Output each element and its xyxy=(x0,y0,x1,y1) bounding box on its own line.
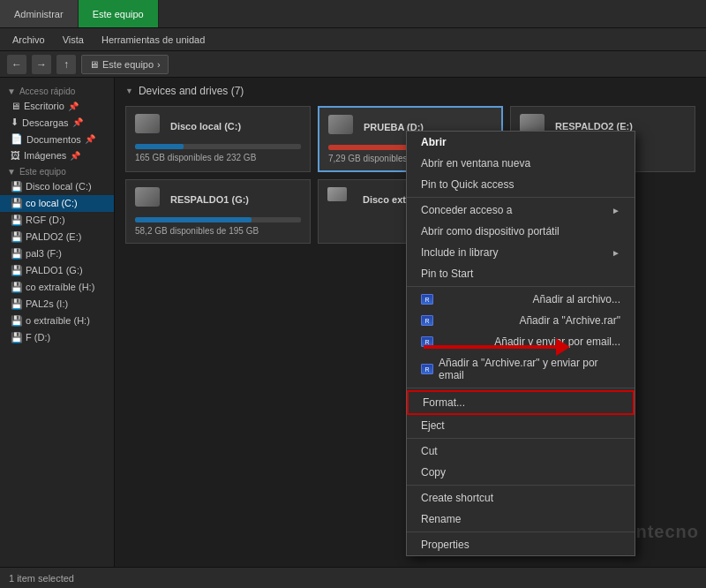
ctx-open-label: Abrir xyxy=(421,136,447,148)
ctx-copy-label: Copy xyxy=(421,466,446,479)
ctx-pin-start[interactable]: Pin to Start xyxy=(407,263,635,284)
menu-vista[interactable]: Vista xyxy=(54,31,93,49)
drive-name-c: Disco local (C:) xyxy=(170,121,241,132)
arrow-head xyxy=(556,338,570,356)
up-button[interactable]: ↑ xyxy=(56,55,76,74)
sidebar-group-equipo: ▼ Este equipo xyxy=(0,163,114,178)
ctx-sep-5 xyxy=(407,485,635,486)
sidebar-item-h2[interactable]: 💾 o extraíble (H:) xyxy=(0,313,114,329)
desktop-icon: 🖥 xyxy=(11,101,20,111)
sidebar-item-rgf[interactable]: 💾 RGF (D:) xyxy=(0,212,114,229)
ctx-properties-label: Properties xyxy=(421,539,469,551)
sidebar-item-images[interactable]: 🖼 Imágenes 📌 xyxy=(0,147,114,163)
ctx-portable-label: Abrir como dispositivo portátil xyxy=(421,225,560,237)
ctx-open-new[interactable]: Abrir en ventana nueva xyxy=(407,153,635,174)
tab-administrar[interactable]: Administrar xyxy=(0,0,79,27)
ctx-rar-email-label: Añadir a "Archive.rar" y enviar por emai… xyxy=(439,357,620,381)
ctx-sep-4 xyxy=(407,438,635,439)
sidebar-item-f[interactable]: 💾 pal3 (F:) xyxy=(0,245,114,262)
hdd-shape-c xyxy=(135,114,160,133)
drive-icon-c xyxy=(135,114,163,139)
drive-icon-d xyxy=(328,115,357,139)
sidebar-item-i[interactable]: 💾 PAL2s (I:) xyxy=(0,296,114,313)
ctx-add-archive[interactable]: R Añadir al archivo... xyxy=(407,289,635,310)
ctx-open[interactable]: Abrir xyxy=(407,132,635,153)
ctx-grant-label: Conceder acceso a xyxy=(421,204,512,216)
drive-card-g[interactable]: RESPALDO1 (G:) 58,2 GB disponibles de 19… xyxy=(125,179,311,244)
breadcrumb-separator: › xyxy=(157,59,161,70)
arrow-line xyxy=(424,345,556,349)
hdd-shape-d xyxy=(328,115,353,134)
ctx-sep-1 xyxy=(407,197,635,198)
sidebar-item-c[interactable]: 💾 Disco local (C:) xyxy=(0,178,114,195)
pin-icon3: 📌 xyxy=(85,134,95,144)
rar-icon-4: R xyxy=(421,364,433,374)
pin-icon: 📌 xyxy=(68,102,79,111)
menu-herramientas[interactable]: Herramientas de unidad xyxy=(93,31,214,49)
rar-icon-2: R xyxy=(421,315,433,326)
ctx-add-rar-email[interactable]: R Añadir a "Archive.rar" y enviar por em… xyxy=(407,352,635,386)
sidebar-item-h1[interactable]: 💾 co extraíble (H:) xyxy=(0,279,114,296)
section-header: Devices and drives (7) xyxy=(125,85,695,97)
ctx-grant-access[interactable]: Conceder acceso a ► xyxy=(407,200,635,221)
breadcrumb[interactable]: 🖥 Este equipo › xyxy=(81,55,169,74)
menu-bar: Archivo Vista Herramientas de unidad xyxy=(0,28,706,51)
drive-icon-h xyxy=(327,187,356,212)
sidebar-item-e[interactable]: 💾 PALDO2 (E:) xyxy=(0,229,114,245)
tab-este-equipo[interactable]: Este equipo xyxy=(79,0,159,27)
status-text: 1 item selected xyxy=(9,573,74,584)
forward-button[interactable]: → xyxy=(32,55,51,74)
ctx-sep-6 xyxy=(407,531,635,532)
title-bar: Administrar Este equipo xyxy=(0,0,706,28)
menu-archivo[interactable]: Archivo xyxy=(4,31,54,49)
documents-icon: 📄 xyxy=(11,133,23,145)
ctx-sep-2 xyxy=(407,286,635,287)
back-button[interactable]: ← xyxy=(7,55,26,74)
sidebar-item-downloads[interactable]: ⬇ Descargas 📌 xyxy=(0,114,114,131)
drive-top-c: Disco local (C:) xyxy=(135,114,301,139)
sidebar-item-documents[interactable]: 📄 Documentos 📌 xyxy=(0,131,114,147)
progress-fill-g xyxy=(135,217,252,222)
progress-fill-c xyxy=(135,144,184,149)
section-title: Devices and drives (7) xyxy=(139,85,244,97)
ctx-library-label: Include in library xyxy=(421,246,498,259)
ctx-add-rar[interactable]: R Añadir a "Archive.rar" xyxy=(407,310,635,331)
status-bar: 1 item selected xyxy=(0,567,706,588)
ctx-rename[interactable]: Rename xyxy=(407,509,635,530)
drive-top-g: RESPALDO1 (G:) xyxy=(135,187,301,212)
drive-card-c[interactable]: Disco local (C:) 165 GB disponibles de 2… xyxy=(125,106,311,172)
ctx-create-shortcut[interactable]: Create shortcut xyxy=(407,487,635,509)
ctx-format-label: Format... xyxy=(423,396,465,409)
content-area: Devices and drives (7) Disco local (C:) … xyxy=(115,78,706,567)
breadcrumb-path-text: Este equipo xyxy=(102,59,154,70)
drive-space-g: 58,2 GB disponibles de 195 GB xyxy=(135,226,301,236)
red-arrow xyxy=(424,338,570,356)
ctx-eject[interactable]: Eject xyxy=(407,415,635,436)
rar-icon-1: R xyxy=(421,294,433,305)
ctx-pin-quick-label: Pin to Quick access xyxy=(421,178,514,191)
hdd-shape-g xyxy=(135,187,160,207)
ctx-sep-3 xyxy=(407,388,635,388)
pin-icon4: 📌 xyxy=(70,151,80,161)
sidebar-group-quick: ▼ Acceso rápido xyxy=(0,83,114,98)
sidebar-item-desktop[interactable]: 🖥 Escritorio 📌 xyxy=(0,98,114,114)
ctx-cut[interactable]: Cut xyxy=(407,441,635,462)
ctx-copy[interactable]: Copy xyxy=(407,462,635,483)
ctx-pin-quick[interactable]: Pin to Quick access xyxy=(407,174,635,195)
breadcrumb-bar: ← → ↑ 🖥 Este equipo › xyxy=(0,51,706,78)
sidebar-item-d[interactable]: 💾 co local (C:) xyxy=(0,195,114,212)
ctx-include-library[interactable]: Include in library ► xyxy=(407,242,635,263)
ctx-open-portable[interactable]: Abrir como dispositivo portátil xyxy=(407,221,635,242)
sidebar-item-d2[interactable]: 💾 F (D:) xyxy=(0,329,114,346)
downloads-icon: ⬇ xyxy=(11,117,19,128)
ctx-pin-start-label: Pin to Start xyxy=(421,268,473,280)
ctx-properties[interactable]: Properties xyxy=(407,534,635,555)
ctx-rar-label: Añadir a "Archive.rar" xyxy=(519,314,620,327)
computer-icon: 🖥 xyxy=(89,59,99,70)
ctx-rename-label: Rename xyxy=(421,513,461,525)
progress-bg-c xyxy=(135,144,301,149)
drive-name-g: RESPALDO1 (G:) xyxy=(170,194,249,205)
ctx-format[interactable]: Format... xyxy=(407,390,635,415)
ctx-shortcut-label: Create shortcut xyxy=(421,492,493,504)
sidebar-item-g[interactable]: 💾 PALDO1 (G:) xyxy=(0,262,114,279)
